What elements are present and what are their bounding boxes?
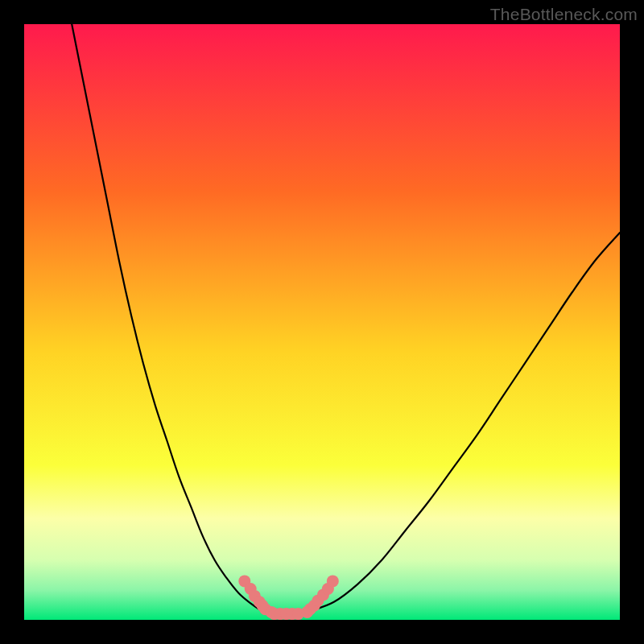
watermark-text: TheBottleneck.com	[490, 5, 638, 24]
gradient-background	[24, 24, 620, 620]
plot-svg	[24, 24, 620, 620]
marker-dot	[327, 575, 339, 587]
chart-frame: TheBottleneck.com	[0, 0, 644, 644]
plot-area	[24, 24, 620, 620]
